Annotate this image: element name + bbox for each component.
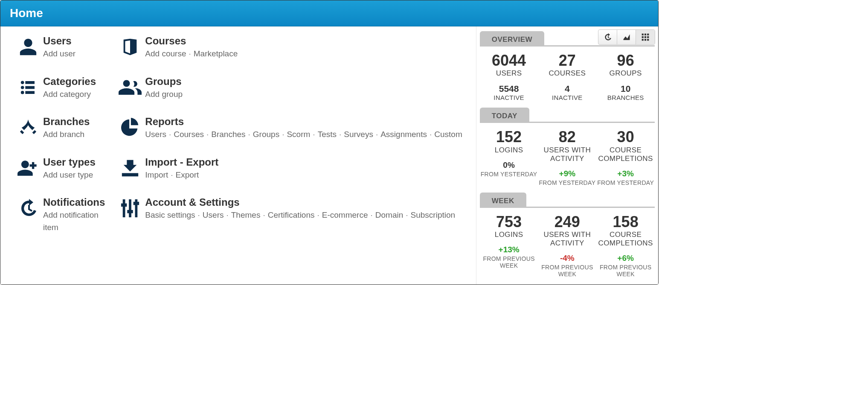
dashboard-stats: OVERVIEW 6044 USERS 5548 INACTIVE 27 COU… [476,26,658,284]
nav-groups[interactable]: Groups Add group [115,76,468,101]
nav-sublink[interactable]: Groups [253,130,279,139]
nav-sublink[interactable]: Domain [375,210,403,219]
nav-sublink[interactable]: Branches [211,130,245,139]
nav-sublink[interactable]: Add category [43,90,91,99]
nav-sublink[interactable]: E-commerce [322,210,368,219]
nav-title[interactable]: Categories [43,76,105,88]
week-tab[interactable]: WEEK [480,193,526,208]
nav-sublink[interactable]: Add branch [43,130,84,139]
stat-courses[interactable]: 27 COURSES 4 INACTIVE [538,52,596,101]
nav-sublink[interactable]: Custom [434,130,462,139]
stat-label: USERS WITH ACTIVITY [538,231,596,248]
stat-sub-label: INACTIVE [538,94,596,101]
nav-title[interactable]: Groups [145,76,462,88]
nav-title[interactable]: Import - Export [145,156,462,168]
stat-active-users[interactable]: 249 USERS WITH ACTIVITY -4% FROM PREVIOU… [538,213,596,277]
chart-view-button[interactable] [617,30,636,44]
stat-label: USERS WITH ACTIVITY [538,146,596,163]
stat-sub-value: 5548 [480,84,538,94]
stat-completions[interactable]: 158 COURSE COMPLETIONS +6% FROM PREVIOUS… [596,213,655,277]
nav-sublink[interactable]: Add group [145,90,183,99]
group-icon [115,76,145,99]
stat-delta-label: FROM YESTERDAY [596,179,655,186]
grid-view-button[interactable] [636,30,655,44]
admin-nav: Users Add user Courses Add course·Market… [0,26,476,284]
overview-tab[interactable]: OVERVIEW [480,31,544,47]
nav-sublink[interactable]: Themes [231,210,261,219]
nav-sublink[interactable]: Scorm [287,130,310,139]
nav-users[interactable]: Users Add user [13,35,111,60]
nav-links: Add category [43,88,105,101]
stat-logins[interactable]: 753 LOGINS +13% FROM PREVIOUS WEEK [480,213,538,277]
nav-title[interactable]: Users [43,35,105,47]
nav-importexport[interactable]: Import - Export Import·Export [115,156,468,181]
stat-sub-value: 10 [596,84,655,94]
stat-label: USERS [480,69,538,78]
nav-links: Add course·Marketplace [145,48,462,60]
stat-logins[interactable]: 152 LOGINS 0% FROM YESTERDAY [480,128,538,186]
nav-sublink[interactable]: Assignments [380,130,427,139]
week-row: 753 LOGINS +13% FROM PREVIOUS WEEK 249 U… [480,210,655,283]
nav-sublink[interactable]: Export [175,170,199,179]
stat-delta-label: FROM PREVIOUS WEEK [538,264,596,277]
nav-sublink[interactable]: Courses [174,130,204,139]
stat-label: COURSES [538,69,596,78]
nav-links: Import·Export [145,169,462,181]
stat-label: COURSE COMPLETIONS [596,146,655,163]
nav-sublink[interactable]: Tests [318,130,337,139]
stat-users[interactable]: 6044 USERS 5548 INACTIVE [480,52,538,101]
history-button[interactable] [598,30,617,44]
nav-sublink[interactable]: Add user type [43,170,93,179]
stat-sub-label: INACTIVE [480,94,538,101]
stat-delta-label: FROM PREVIOUS WEEK [480,255,538,269]
nav-title[interactable]: User types [43,156,105,168]
svg-rect-6 [123,199,125,217]
nav-title[interactable]: Account & Settings [145,196,462,208]
nav-title[interactable]: Branches [43,116,105,128]
svg-rect-18 [642,39,644,41]
nav-sublink[interactable]: Certifications [268,210,315,219]
today-row: 152 LOGINS 0% FROM YESTERDAY 82 USERS WI… [480,125,655,191]
nav-title[interactable]: Notifications [43,196,105,208]
stat-groups[interactable]: 96 GROUPS 10 BRANCHES [596,52,655,101]
nav-links: Basic settings·Users·Themes·Certificatio… [145,209,462,222]
nav-sublink[interactable]: Import [145,170,168,179]
svg-rect-11 [134,202,139,205]
nav-account-settings[interactable]: Account & Settings Basic settings·Users·… [115,196,468,233]
user-plus-icon [13,156,43,180]
svg-rect-17 [647,36,649,38]
svg-rect-20 [647,39,649,41]
nav-usertypes[interactable]: User types Add user type [13,156,111,181]
stat-label: GROUPS [596,69,655,78]
stat-completions[interactable]: 30 COURSE COMPLETIONS +3% FROM YESTERDAY [596,128,655,186]
stat-delta: +13% [480,245,538,254]
user-icon [13,35,43,59]
nav-sublink[interactable]: Add course [145,49,186,58]
nav-branches[interactable]: Branches Add branch [13,116,111,141]
nav-title[interactable]: Reports [145,116,462,128]
nav-sublink[interactable]: Add notification item [43,210,99,232]
nav-sublink[interactable]: Basic settings [145,210,195,219]
nav-categories[interactable]: Categories Add category [13,76,111,101]
svg-rect-15 [642,36,644,38]
stat-value: 158 [596,213,655,231]
nav-courses[interactable]: Courses Add course·Marketplace [115,35,468,60]
today-tab-row: TODAY [480,106,655,123]
nav-sublink[interactable]: Add user [43,49,75,58]
stat-label: COURSE COMPLETIONS [596,231,655,248]
nav-sublink[interactable]: Subscription [411,210,456,219]
svg-point-0 [21,81,24,84]
nav-sublink[interactable]: Marketplace [194,49,238,58]
nav-reports[interactable]: Reports Users·Courses·Branches·Groups·Sc… [115,116,468,141]
stat-delta: +9% [538,169,596,178]
nav-title[interactable]: Courses [145,35,462,47]
history-icon [13,196,43,220]
svg-rect-3 [25,86,35,89]
today-tab[interactable]: TODAY [480,108,529,123]
nav-sublink[interactable]: Surveys [344,130,373,139]
nav-notifications[interactable]: Notifications Add notification item [13,196,111,233]
stat-active-users[interactable]: 82 USERS WITH ACTIVITY +9% FROM YESTERDA… [538,128,596,186]
svg-rect-16 [644,36,646,38]
nav-sublink[interactable]: Users [203,210,224,219]
nav-sublink[interactable]: Users [145,130,166,139]
